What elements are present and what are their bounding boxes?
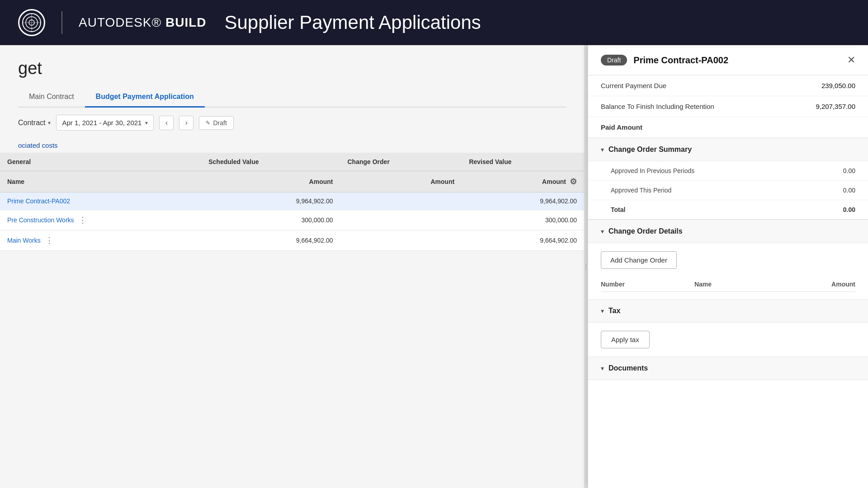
- change-order-total-row: Total 0.00: [588, 200, 868, 220]
- row-main-works-revised: 9,664,902.00: [462, 230, 584, 251]
- contract-dropdown[interactable]: Contract ▾: [18, 119, 51, 127]
- resize-handle[interactable]: ⋮: [584, 45, 588, 488]
- co-name-header: Name: [694, 277, 762, 292]
- row-pre-construction-name: Pre Construction Works ⋮: [0, 210, 201, 230]
- row-pre-construction-scheduled: 300,000.00: [201, 210, 340, 230]
- settings-icon[interactable]: ⚙: [570, 177, 577, 187]
- prime-contract-link[interactable]: Prime Contract-PA002: [7, 197, 70, 205]
- top-navigation: AUTODESK® BUILD Supplier Payment Applica…: [0, 0, 868, 45]
- col-change-amount-header: Amount: [340, 171, 462, 192]
- left-header: get Main Contract Budget Payment Applica…: [0, 45, 584, 108]
- page-title: Supplier Payment Applications: [224, 12, 481, 33]
- toolbar: Contract ▾ Apr 1, 2021 - Apr 30, 2021 ▾ …: [0, 108, 584, 138]
- status-badge: ✎ Draft: [199, 116, 233, 130]
- drawer-title: Prime Contract-PA002: [633, 55, 841, 66]
- table-row: Pre Construction Works ⋮ 300,000.00 300,…: [0, 210, 584, 230]
- row-main-works-scheduled: 9,664,902.00: [201, 230, 340, 251]
- close-button[interactable]: ✕: [847, 54, 855, 66]
- tab-budget-payment[interactable]: Budget Payment Application: [85, 87, 205, 108]
- row-prime-revised: 9,964,902.00: [462, 192, 584, 210]
- col-general: General: [0, 153, 201, 171]
- table-header-row: General Scheduled Value Change Order Rev…: [0, 153, 584, 171]
- apply-tax-button[interactable]: Apply tax: [601, 331, 650, 348]
- tab-main-contract[interactable]: Main Contract: [18, 87, 85, 108]
- more-options-button[interactable]: ⋮: [79, 215, 87, 225]
- previous-period-button[interactable]: ‹: [159, 116, 174, 130]
- brand-name: AUTODESK® BUILD: [79, 15, 206, 30]
- table-subheader-row: Name Amount Amount Amount ⚙: [0, 171, 584, 192]
- chevron-down-icon: ▾: [601, 228, 604, 235]
- left-panel: get Main Contract Budget Payment Applica…: [0, 45, 584, 488]
- table-row: Prime Contract-PA002 9,964,902.00 9,964,…: [0, 192, 584, 210]
- row-prime-name: Prime Contract-PA002: [0, 192, 201, 210]
- change-order-details-section[interactable]: ▾ Change Order Details: [588, 220, 868, 243]
- chevron-down-icon: ▾: [48, 120, 51, 126]
- logo-divider: [61, 11, 62, 34]
- col-revised-amount-header: Amount ⚙: [462, 171, 584, 192]
- col-name-header: Name: [0, 171, 201, 192]
- drawer-content: Current Payment Due 239,050.00 Balance T…: [588, 75, 868, 488]
- pre-construction-link[interactable]: Pre Construction Works: [7, 216, 74, 224]
- logo-svg: [22, 13, 42, 33]
- tabs-bar: Main Contract Budget Payment Application: [18, 87, 566, 108]
- approved-this-period-row: Approved This Period 0.00: [588, 181, 868, 200]
- calendar-chevron-icon: ▾: [145, 120, 148, 126]
- change-order-summary-section[interactable]: ▾ Change Order Summary: [588, 138, 868, 161]
- row-pre-construction-revised: 300,000.00: [462, 210, 584, 230]
- add-change-order-button[interactable]: Add Change Order: [601, 251, 677, 269]
- draft-status-pill: Draft: [601, 55, 627, 66]
- col-change-order: Change Order: [340, 153, 462, 171]
- main-layout: get Main Contract Budget Payment Applica…: [0, 45, 868, 488]
- row-pre-construction-change: [340, 210, 462, 230]
- col-scheduled-value: Scheduled Value: [201, 153, 340, 171]
- table-row: Main Works ⋮ 9,664,902.00 9,664,902.00: [0, 230, 584, 251]
- current-payment-due-row: Current Payment Due 239,050.00: [588, 75, 868, 96]
- row-main-works-change: [340, 230, 462, 251]
- co-number-header: Number: [601, 277, 694, 292]
- row-prime-scheduled: 9,964,902.00: [201, 192, 340, 210]
- col-revised-value: Revised Value: [462, 153, 584, 171]
- chevron-down-icon: ▾: [601, 365, 604, 372]
- logo-area: AUTODESK® BUILD: [18, 9, 206, 36]
- change-order-table: Number Name Amount: [601, 277, 855, 292]
- next-period-button[interactable]: ›: [179, 116, 193, 130]
- paid-amount-row: Paid Amount: [588, 117, 868, 138]
- more-options-button[interactable]: ⋮: [45, 235, 53, 245]
- autodesk-logo: [18, 9, 45, 36]
- documents-section[interactable]: ▾ Documents: [588, 357, 868, 380]
- col-scheduled-amount-header: Amount: [201, 171, 340, 192]
- row-prime-change: [340, 192, 462, 210]
- date-range-picker[interactable]: Apr 1, 2021 - Apr 30, 2021 ▾: [56, 115, 154, 131]
- approved-previous-periods-row: Approved In Previous Periods 0.00: [588, 161, 868, 181]
- main-works-link[interactable]: Main Works: [7, 237, 41, 244]
- tax-section[interactable]: ▾ Tax: [588, 299, 868, 323]
- row-main-works-name: Main Works ⋮: [0, 230, 201, 251]
- co-table-header-row: Number Name Amount: [601, 277, 855, 292]
- draft-icon: ✎: [206, 120, 210, 126]
- page-heading: get: [18, 59, 566, 78]
- balance-to-finish-row: Balance To Finish Including Retention 9,…: [588, 96, 868, 117]
- section-label: ociated costs: [0, 138, 584, 153]
- chevron-down-icon: ▾: [601, 146, 604, 153]
- budget-table: General Scheduled Value Change Order Rev…: [0, 153, 584, 251]
- chevron-down-icon: ▾: [601, 307, 604, 314]
- drawer-header: Draft Prime Contract-PA002 ✕: [588, 45, 868, 75]
- right-panel-drawer: Draft Prime Contract-PA002 ✕ Current Pay…: [588, 45, 868, 488]
- co-amount-header: Amount: [762, 277, 855, 292]
